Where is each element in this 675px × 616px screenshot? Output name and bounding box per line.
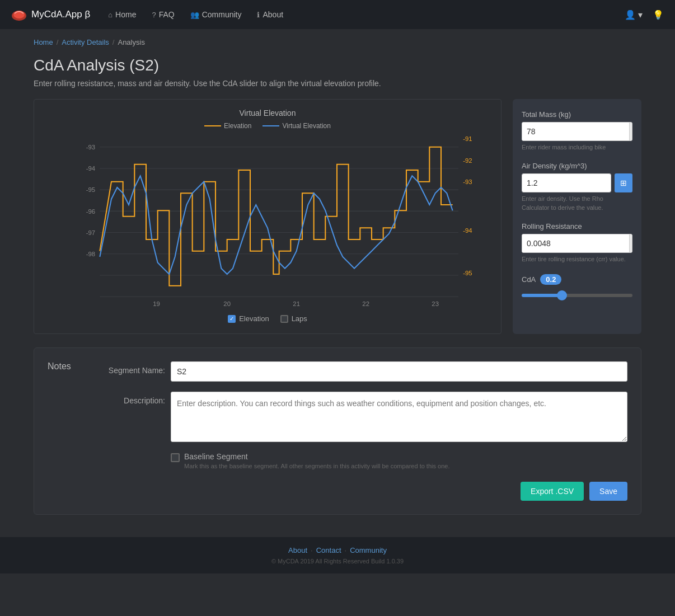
baseline-title: Baseline Segment <box>184 452 627 461</box>
nav-home[interactable]: ⌂ Home <box>101 7 143 22</box>
breadcrumb: Home / Activity Details / Analysis <box>34 38 641 46</box>
footer-sep-1: · <box>311 546 313 554</box>
baseline-row: Baseline Segment Mark this as the baseli… <box>171 452 627 471</box>
breadcrumb-home[interactable]: Home <box>34 38 53 46</box>
chart-svg: -93 -94 -95 -96 -97 -98 -91 -92 -93 -94 … <box>43 135 492 309</box>
description-row: Description: <box>104 392 627 442</box>
breadcrumb-sep-1: / <box>57 38 59 46</box>
user-menu-button[interactable]: 👤 ▾ <box>620 7 647 22</box>
rho-calculator-button[interactable]: ⊞ <box>615 173 632 192</box>
save-button[interactable]: Save <box>589 482 627 501</box>
svg-text:-92: -92 <box>463 157 472 164</box>
footer-copyright: © MyCDA 2019 All Rights Reserved Build 1… <box>9 558 666 565</box>
svg-text:19: 19 <box>153 300 160 307</box>
svg-text:-95: -95 <box>463 270 472 276</box>
air-density-input[interactable] <box>522 174 611 192</box>
lightbulb-icon[interactable]: 💡 <box>653 10 664 20</box>
total-mass-up-button[interactable]: ▲ <box>630 123 632 131</box>
svg-text:-91: -91 <box>463 135 472 142</box>
rolling-resistance-input[interactable] <box>522 234 629 252</box>
footer-contact-link[interactable]: Contact <box>316 546 341 554</box>
laps-checkbox-item[interactable]: Laps <box>280 314 307 323</box>
navbar-right: 👤 ▾ 💡 <box>620 7 664 22</box>
user-icon: 👤 <box>625 10 636 20</box>
total-mass-down-button[interactable]: ▼ <box>630 131 632 140</box>
info-icon: ℹ <box>257 11 260 19</box>
footer-links: About · Contact · Community <box>9 546 666 554</box>
notes-section: Notes Segment Name: Description: Baselin… <box>34 347 641 515</box>
dropdown-chevron-icon: ▾ <box>638 10 643 20</box>
action-row: Export .CSV Save <box>104 482 627 501</box>
nav-about[interactable]: ℹ About <box>250 7 290 22</box>
segment-name-input[interactable] <box>171 361 627 382</box>
export-csv-button[interactable]: Export .CSV <box>521 482 584 501</box>
svg-text:20: 20 <box>223 300 231 307</box>
footer-about-link[interactable]: About <box>288 546 307 554</box>
svg-text:-95: -95 <box>86 186 95 193</box>
description-input[interactable] <box>171 392 627 442</box>
description-label: Description: <box>104 392 165 405</box>
navbar-left: MyCdA.App β ⌂ Home ? FAQ 👥 Community ℹ A… <box>11 7 290 22</box>
cda-slider[interactable] <box>522 294 632 297</box>
footer: About · Contact · Community © MyCDA 2019… <box>0 537 675 573</box>
home-icon: ⌂ <box>108 11 112 19</box>
total-mass-spin: ▲ ▼ <box>629 123 632 140</box>
rolling-resistance-input-row: ▲ ▼ <box>522 234 632 253</box>
chart-title: Virtual Elevation <box>43 109 492 117</box>
navbar: MyCdA.App β ⌂ Home ? FAQ 👥 Community ℹ A… <box>0 0 675 29</box>
nav-links: ⌂ Home ? FAQ 👥 Community ℹ About <box>101 7 290 22</box>
cda-label: CdA <box>522 275 536 284</box>
cda-badge: 0.2 <box>540 274 561 285</box>
page-title: CdA Analysis (S2) <box>34 57 641 74</box>
svg-text:-93: -93 <box>463 178 472 185</box>
air-density-hint: Enter air density. Use the Rho Calculato… <box>522 195 632 212</box>
total-mass-input[interactable] <box>522 123 629 140</box>
svg-text:21: 21 <box>293 300 300 307</box>
svg-text:-98: -98 <box>86 251 95 257</box>
breadcrumb-activity-details[interactable]: Activity Details <box>62 38 109 46</box>
breadcrumb-current: Analysis <box>118 38 144 46</box>
notes-label: Notes <box>48 361 71 371</box>
svg-text:-94: -94 <box>86 165 95 172</box>
community-icon: 👥 <box>190 11 199 19</box>
svg-text:-93: -93 <box>86 144 95 151</box>
chart-svg-wrapper: -93 -94 -95 -96 -97 -98 -91 -92 -93 -94 … <box>43 135 492 309</box>
baseline-checkbox[interactable] <box>171 453 180 462</box>
rolling-resistance-label: Rolling Resistance <box>522 222 632 231</box>
cda-group: CdA 0.2 <box>522 274 632 299</box>
legend-elevation-line <box>204 125 221 126</box>
svg-text:-96: -96 <box>86 208 95 215</box>
legend-virtual-elevation: Virtual Elevation <box>262 122 331 130</box>
brand[interactable]: MyCdA.App β <box>11 8 90 21</box>
segment-name-row: Segment Name: <box>104 361 627 382</box>
footer-community-link[interactable]: Community <box>350 546 387 554</box>
brand-logo-icon <box>11 8 27 21</box>
total-mass-input-wrapper: ▲ ▼ <box>522 122 632 141</box>
laps-checkbox[interactable] <box>280 315 288 323</box>
controls-panel: Total Mass (kg) ▲ ▼ Enter rider mass inc… <box>513 99 641 334</box>
main-content: CdA Analysis (S2) Enter rolling resistan… <box>0 51 675 526</box>
rolling-resistance-input-wrapper: ▲ ▼ <box>522 234 632 253</box>
faq-icon: ? <box>152 11 156 19</box>
air-density-label: Air Density (kg/m^3) <box>522 162 632 170</box>
rolling-resistance-up-button[interactable]: ▲ <box>630 234 632 243</box>
total-mass-hint: Enter rider mass including bike <box>522 143 632 152</box>
svg-text:-94: -94 <box>463 227 472 234</box>
rolling-resistance-spin: ▲ ▼ <box>629 234 632 252</box>
elevation-checkbox-item[interactable]: Elevation <box>228 314 269 323</box>
cda-row: CdA 0.2 <box>522 274 632 285</box>
chart-checkboxes: Elevation Laps <box>43 314 492 323</box>
breadcrumb-area: Home / Activity Details / Analysis <box>0 29 675 51</box>
page-subtitle: Enter rolling resistance, mass and air d… <box>34 79 641 88</box>
total-mass-input-row: ▲ ▼ <box>522 122 632 141</box>
nav-community[interactable]: 👥 Community <box>184 7 249 22</box>
legend-virtual-line <box>262 125 279 126</box>
chart-container: Virtual Elevation Elevation Virtual Elev… <box>34 99 501 334</box>
elevation-checkbox[interactable] <box>228 315 236 323</box>
notes-label-col: Notes <box>48 361 104 501</box>
baseline-hint: Mark this as the baseline segment. All o… <box>184 462 627 471</box>
nav-faq[interactable]: ? FAQ <box>145 7 181 22</box>
air-density-group: Air Density (kg/m^3) ▲ ▼ ⊞ Enter air den… <box>522 162 632 212</box>
rolling-resistance-down-button[interactable]: ▼ <box>630 243 632 252</box>
air-density-input-row: ▲ ▼ ⊞ <box>522 173 632 192</box>
